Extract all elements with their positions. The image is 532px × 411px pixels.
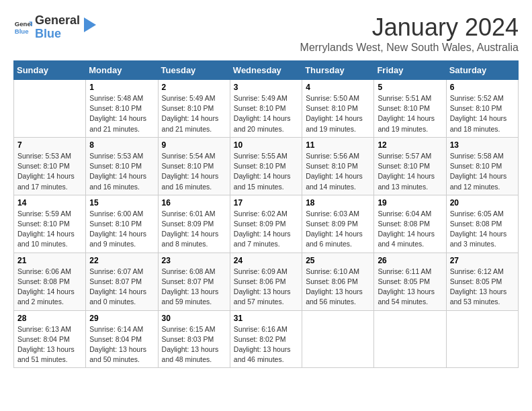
day-info: Sunrise: 5:58 AM Sunset: 8:10 PM Dayligh…	[450, 151, 515, 192]
day-number: 27	[450, 256, 515, 265]
day-number: 5	[378, 83, 442, 92]
day-info: Sunrise: 6:05 AM Sunset: 8:08 PM Dayligh…	[450, 209, 515, 250]
day-number: 11	[306, 140, 370, 150]
calendar-cell: 9Sunrise: 5:54 AM Sunset: 8:10 PM Daylig…	[158, 137, 230, 195]
calendar-cell: 25Sunrise: 6:10 AM Sunset: 8:06 PM Dayli…	[302, 253, 374, 310]
day-number: 13	[450, 140, 515, 150]
day-number: 22	[89, 256, 154, 265]
day-number: 24	[234, 256, 298, 265]
logo-arrow-icon	[84, 17, 96, 32]
logo-general: General	[35, 13, 80, 28]
day-info: Sunrise: 5:54 AM Sunset: 8:10 PM Dayligh…	[162, 151, 226, 192]
day-number: 16	[162, 198, 226, 208]
day-info: Sunrise: 6:04 AM Sunset: 8:08 PM Dayligh…	[378, 209, 442, 250]
day-info: Sunrise: 6:07 AM Sunset: 8:07 PM Dayligh…	[89, 267, 154, 308]
day-number: 26	[378, 256, 442, 265]
week-row-5: 28Sunrise: 6:13 AM Sunset: 8:04 PM Dayli…	[14, 310, 519, 368]
svg-text:Blue: Blue	[15, 27, 29, 34]
calendar-cell	[374, 310, 446, 368]
day-info: Sunrise: 5:49 AM Sunset: 8:10 PM Dayligh…	[162, 93, 226, 134]
page-header: General Blue General Blue January 2024 M…	[13, 13, 519, 54]
day-number: 23	[162, 256, 226, 265]
calendar-cell: 12Sunrise: 5:57 AM Sunset: 8:10 PM Dayli…	[374, 137, 446, 195]
day-info: Sunrise: 5:56 AM Sunset: 8:10 PM Dayligh…	[306, 151, 370, 192]
day-number: 21	[17, 256, 82, 265]
day-info: Sunrise: 6:02 AM Sunset: 8:09 PM Dayligh…	[234, 209, 298, 250]
day-info: Sunrise: 5:51 AM Sunset: 8:10 PM Dayligh…	[378, 93, 442, 134]
day-number: 29	[89, 314, 154, 323]
calendar-cell: 15Sunrise: 6:00 AM Sunset: 8:10 PM Dayli…	[86, 195, 158, 253]
day-info: Sunrise: 5:48 AM Sunset: 8:10 PM Dayligh…	[89, 93, 154, 134]
day-number: 7	[17, 140, 82, 150]
day-number: 10	[234, 140, 298, 150]
day-info: Sunrise: 6:06 AM Sunset: 8:08 PM Dayligh…	[17, 267, 82, 308]
day-number: 9	[162, 140, 226, 150]
logo: General Blue General Blue	[13, 13, 96, 41]
calendar-cell	[446, 310, 518, 368]
calendar-cell: 29Sunrise: 6:14 AM Sunset: 8:04 PM Dayli…	[86, 310, 158, 368]
calendar-cell: 27Sunrise: 6:12 AM Sunset: 8:05 PM Dayli…	[446, 253, 518, 310]
day-number: 20	[450, 198, 515, 208]
day-info: Sunrise: 6:14 AM Sunset: 8:04 PM Dayligh…	[89, 324, 154, 365]
day-info: Sunrise: 5:55 AM Sunset: 8:10 PM Dayligh…	[234, 151, 298, 192]
calendar-cell: 22Sunrise: 6:07 AM Sunset: 8:07 PM Dayli…	[86, 253, 158, 310]
month-title: January 2024	[300, 13, 519, 42]
week-row-2: 7Sunrise: 5:53 AM Sunset: 8:10 PM Daylig…	[14, 137, 519, 195]
calendar-cell	[14, 80, 86, 138]
day-info: Sunrise: 6:03 AM Sunset: 8:09 PM Dayligh…	[306, 209, 370, 250]
calendar-cell: 2Sunrise: 5:49 AM Sunset: 8:10 PM Daylig…	[158, 80, 230, 138]
svg-marker-4	[84, 17, 96, 32]
col-header-sunday: Sunday	[14, 61, 86, 80]
day-info: Sunrise: 6:01 AM Sunset: 8:09 PM Dayligh…	[162, 209, 226, 250]
day-number: 25	[306, 256, 370, 265]
location: Merrylands West, New South Wales, Austra…	[300, 42, 519, 54]
col-header-wednesday: Wednesday	[230, 61, 302, 80]
calendar-cell	[302, 310, 374, 368]
week-row-3: 14Sunrise: 5:59 AM Sunset: 8:10 PM Dayli…	[14, 195, 519, 253]
day-number: 17	[234, 198, 298, 208]
day-info: Sunrise: 6:09 AM Sunset: 8:06 PM Dayligh…	[234, 267, 298, 308]
day-number: 4	[306, 83, 370, 92]
calendar-cell: 10Sunrise: 5:55 AM Sunset: 8:10 PM Dayli…	[230, 137, 302, 195]
day-number: 31	[234, 314, 298, 323]
calendar-cell: 6Sunrise: 5:52 AM Sunset: 8:10 PM Daylig…	[446, 80, 518, 138]
calendar-cell: 4Sunrise: 5:50 AM Sunset: 8:10 PM Daylig…	[302, 80, 374, 138]
calendar-table: SundayMondayTuesdayWednesdayThursdayFrid…	[13, 60, 519, 368]
day-number: 1	[89, 83, 154, 92]
calendar-cell: 16Sunrise: 6:01 AM Sunset: 8:09 PM Dayli…	[158, 195, 230, 253]
calendar-cell: 21Sunrise: 6:06 AM Sunset: 8:08 PM Dayli…	[14, 253, 86, 310]
logo-icon: General Blue	[13, 18, 32, 37]
col-header-tuesday: Tuesday	[158, 61, 230, 80]
calendar-cell: 3Sunrise: 5:49 AM Sunset: 8:10 PM Daylig…	[230, 80, 302, 138]
calendar-cell: 23Sunrise: 6:08 AM Sunset: 8:07 PM Dayli…	[158, 253, 230, 310]
calendar-cell: 7Sunrise: 5:53 AM Sunset: 8:10 PM Daylig…	[14, 137, 86, 195]
day-number: 14	[17, 198, 82, 208]
day-info: Sunrise: 5:53 AM Sunset: 8:10 PM Dayligh…	[89, 151, 154, 192]
calendar-cell: 8Sunrise: 5:53 AM Sunset: 8:10 PM Daylig…	[86, 137, 158, 195]
calendar-cell: 5Sunrise: 5:51 AM Sunset: 8:10 PM Daylig…	[374, 80, 446, 138]
logo-blue: Blue	[35, 27, 80, 42]
calendar-cell: 28Sunrise: 6:13 AM Sunset: 8:04 PM Dayli…	[14, 310, 86, 368]
title-block: January 2024 Merrylands West, New South …	[300, 13, 519, 54]
day-number: 30	[162, 314, 226, 323]
day-info: Sunrise: 6:16 AM Sunset: 8:02 PM Dayligh…	[234, 324, 298, 365]
calendar-cell: 24Sunrise: 6:09 AM Sunset: 8:06 PM Dayli…	[230, 253, 302, 310]
day-info: Sunrise: 5:57 AM Sunset: 8:10 PM Dayligh…	[378, 151, 442, 192]
col-header-thursday: Thursday	[302, 61, 374, 80]
day-number: 15	[89, 198, 154, 208]
calendar-cell: 30Sunrise: 6:15 AM Sunset: 8:03 PM Dayli…	[158, 310, 230, 368]
week-row-4: 21Sunrise: 6:06 AM Sunset: 8:08 PM Dayli…	[14, 253, 519, 310]
day-number: 12	[378, 140, 442, 150]
day-number: 28	[17, 314, 82, 323]
week-row-1: 1Sunrise: 5:48 AM Sunset: 8:10 PM Daylig…	[14, 80, 519, 138]
day-number: 19	[378, 198, 442, 208]
day-info: Sunrise: 6:11 AM Sunset: 8:05 PM Dayligh…	[378, 267, 442, 308]
day-number: 2	[162, 83, 226, 92]
day-info: Sunrise: 5:49 AM Sunset: 8:10 PM Dayligh…	[234, 93, 298, 134]
day-info: Sunrise: 5:50 AM Sunset: 8:10 PM Dayligh…	[306, 93, 370, 134]
day-number: 8	[89, 140, 154, 150]
day-number: 3	[234, 83, 298, 92]
day-info: Sunrise: 6:08 AM Sunset: 8:07 PM Dayligh…	[162, 267, 226, 308]
day-info: Sunrise: 6:00 AM Sunset: 8:10 PM Dayligh…	[89, 209, 154, 250]
day-info: Sunrise: 6:15 AM Sunset: 8:03 PM Dayligh…	[162, 324, 226, 365]
